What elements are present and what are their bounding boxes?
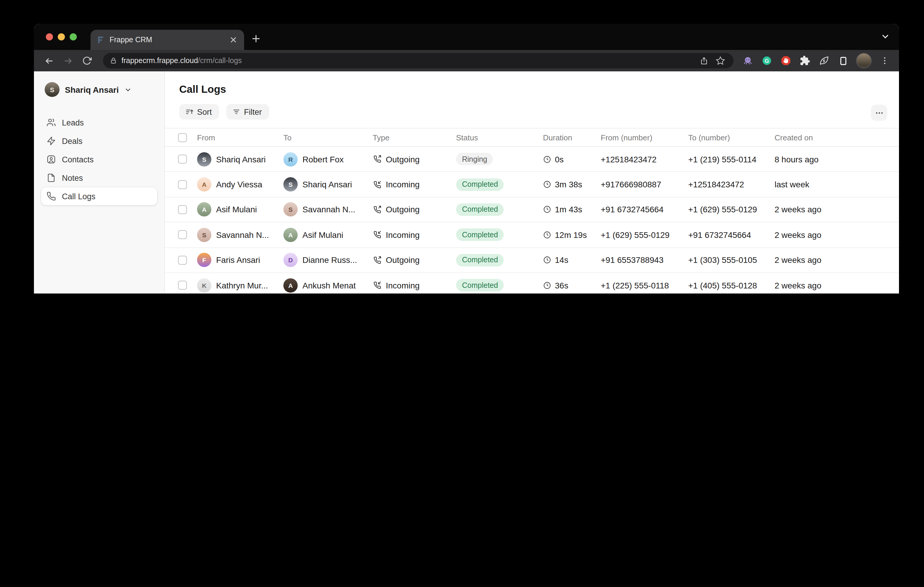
row-checkbox[interactable]: [178, 205, 187, 214]
status-badge: Completed: [456, 178, 504, 191]
duration-value: 12m 19s: [555, 230, 587, 240]
sort-button[interactable]: Sort: [179, 104, 219, 120]
frappe-favicon: [96, 36, 105, 44]
row-checkbox[interactable]: [178, 230, 187, 239]
sidebar-item-label: Call Logs: [62, 192, 96, 201]
sidebar-item-leads[interactable]: Leads: [41, 113, 157, 132]
profile-avatar[interactable]: [856, 53, 871, 68]
to-name: Asif Mulani: [302, 230, 343, 240]
forward-arrow-icon[interactable]: [60, 53, 76, 68]
contact-icon: [46, 155, 56, 164]
browser-tab[interactable]: Frappe CRM: [91, 30, 244, 50]
bookmark-star-icon[interactable]: [714, 55, 726, 67]
call-type-label: Outgoing: [386, 155, 420, 164]
back-arrow-icon[interactable]: [41, 53, 56, 68]
tab-title: Frappe CRM: [109, 36, 224, 44]
to-avatar: D: [284, 253, 298, 267]
menu-dots-icon[interactable]: [879, 55, 891, 67]
close-window-button[interactable]: [46, 33, 53, 40]
from-avatar: F: [197, 253, 211, 267]
to-number: +1 (303) 555-0105: [688, 255, 775, 265]
extension-icons: G: [742, 53, 892, 68]
new-tab-plus-icon[interactable]: [249, 31, 263, 46]
to-number: +1 (219) 555-0114: [688, 155, 775, 164]
duration-value: 14s: [555, 255, 568, 265]
side-panel-icon[interactable]: [837, 55, 849, 67]
table-row[interactable]: K Kathryn Mur... A Ankush Menat Incoming…: [165, 273, 899, 294]
from-number: +12518423472: [601, 155, 688, 164]
browser-window: Frappe CRM: [34, 24, 899, 294]
select-all-checkbox[interactable]: [178, 133, 187, 142]
sidebar-item-contacts[interactable]: Contacts: [41, 150, 157, 168]
table-row[interactable]: F Faris Ansari D Dianne Russ... Outgoing…: [165, 248, 899, 273]
to-name: Dianne Russ...: [302, 255, 357, 265]
table-row[interactable]: S Savannah N... A Asif Mulani Incoming C…: [165, 222, 899, 248]
from-name: Kathryn Mur...: [216, 280, 268, 290]
created-on: 2 weeks ago: [775, 255, 899, 265]
status-badge: Completed: [456, 279, 504, 291]
call-logs-table: From To Type Status Duration From (numbe…: [165, 128, 899, 294]
incoming-call-icon: [373, 281, 382, 289]
to-name: Robert Fox: [302, 155, 344, 164]
zap-icon: [46, 136, 56, 146]
call-type-label: Incoming: [386, 230, 420, 240]
sidebar-item-notes[interactable]: Notes: [41, 169, 157, 187]
call-type-label: Incoming: [386, 179, 420, 189]
from-number: +917666980887: [601, 179, 688, 189]
incoming-call-icon: [373, 230, 382, 239]
table-header: From To Type Status Duration From (numbe…: [165, 128, 899, 147]
svg-text:G: G: [765, 58, 769, 64]
clock-icon: [543, 231, 551, 239]
users-icon: [46, 118, 56, 127]
column-to-number: To (number): [688, 133, 775, 142]
reload-icon[interactable]: [79, 53, 95, 68]
row-checkbox[interactable]: [178, 281, 187, 289]
table-row[interactable]: A Andy Viessa S Shariq Ansari Incoming C…: [165, 172, 899, 197]
clock-icon: [543, 256, 551, 264]
user-menu[interactable]: S Shariq Ansari: [41, 80, 157, 99]
minimize-window-button[interactable]: [58, 33, 65, 40]
zoom-window-button[interactable]: [70, 33, 77, 40]
column-from-number: From (number): [601, 133, 688, 142]
tab-strip: Frappe CRM: [34, 24, 899, 50]
row-checkbox[interactable]: [178, 256, 187, 265]
status-badge: Completed: [456, 203, 504, 216]
row-checkbox[interactable]: [178, 180, 187, 189]
address-bar[interactable]: frappecrm.frappe.cloud/crm/call-logs: [103, 53, 734, 68]
row-checkbox[interactable]: [178, 155, 187, 164]
grammarly-extension-icon[interactable]: G: [761, 55, 773, 67]
filter-label: Filter: [244, 107, 262, 116]
to-avatar: S: [284, 177, 298, 191]
to-name: Shariq Ansari: [302, 179, 352, 189]
table-row[interactable]: S Shariq Ansari R Robert Fox Outgoing Ri…: [165, 147, 899, 172]
from-name: Savannah N...: [216, 230, 269, 240]
sidebar-item-label: Deals: [62, 136, 82, 145]
to-avatar: S: [284, 202, 298, 217]
from-name: Andy Viessa: [216, 179, 262, 189]
sidebar-item-call-logs[interactable]: Call Logs: [41, 187, 157, 205]
to-avatar: A: [284, 278, 298, 292]
adblock-extension-icon[interactable]: [780, 55, 792, 67]
filter-button[interactable]: Filter: [226, 104, 269, 120]
tab-search-chevron-icon[interactable]: [881, 32, 889, 43]
tab-close-icon[interactable]: [229, 35, 238, 44]
from-name: Asif Mulani: [216, 205, 257, 214]
created-on: 2 weeks ago: [775, 205, 899, 214]
sidebar-item-deals[interactable]: Deals: [41, 132, 157, 150]
window-controls: [46, 33, 77, 40]
more-options-button[interactable]: [871, 105, 887, 121]
from-avatar: S: [197, 152, 211, 166]
browser-toolbar: frappecrm.frappe.cloud/crm/call-logs G: [34, 50, 899, 71]
screen: Frappe CRM: [0, 0, 924, 294]
octopus-extension-icon[interactable]: [742, 55, 754, 67]
call-type-label: Outgoing: [386, 205, 420, 214]
status-badge: Completed: [456, 254, 504, 266]
to-avatar: R: [284, 152, 298, 166]
puzzle-extensions-icon[interactable]: [799, 55, 811, 67]
leaf-extension-icon[interactable]: [818, 55, 830, 67]
to-number: +1 (405) 555-0128: [688, 280, 775, 290]
table-row[interactable]: A Asif Mulani S Savannah N... Outgoing C…: [165, 197, 899, 223]
list-controls: Sort Filter: [179, 104, 899, 120]
user-avatar: S: [45, 82, 59, 97]
share-icon[interactable]: [698, 55, 710, 67]
